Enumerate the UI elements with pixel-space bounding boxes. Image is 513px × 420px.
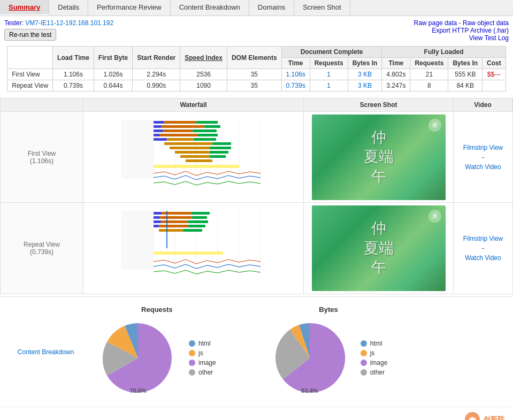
svg-rect-45: [160, 216, 192, 219]
nav-details[interactable]: Details: [49, 0, 88, 16]
col-speed-index[interactable]: Speed Index: [180, 47, 227, 69]
repeat-waterfall-chart-svg: [121, 211, 266, 286]
svg-rect-26: [210, 147, 231, 149]
bytes-chart-title: Bytes: [319, 306, 338, 314]
legend-item: other: [361, 369, 388, 376]
svg-rect-21: [167, 138, 194, 141]
fv-dom-elements: 35: [227, 69, 281, 80]
rv-fl-requests: 8: [410, 80, 448, 91]
rv-fl-time: 3.247s: [382, 80, 410, 91]
wf-repeat-view-chart[interactable]: [83, 203, 304, 294]
svg-rect-9: [164, 121, 196, 124]
document-complete-header: Document Complete: [281, 47, 382, 58]
fl-cost-header: Cost: [483, 58, 506, 69]
rv-fl-cost: [483, 80, 506, 91]
video-separator-2: -: [482, 245, 484, 252]
svg-rect-43: [191, 212, 210, 215]
view-test-log-link[interactable]: View Test Log: [469, 34, 509, 42]
legend-item: js: [189, 349, 216, 357]
rv-dc-time: 0.739s: [281, 80, 310, 91]
rv-start-render: 0.990s: [133, 80, 180, 91]
bytes-pie-label: 83.4%: [301, 387, 318, 394]
filmstrip-view-link-1[interactable]: Filmstrip View: [463, 144, 503, 151]
legend-item: html: [361, 340, 388, 347]
svg-rect-50: [154, 225, 159, 227]
svg-rect-13: [204, 125, 220, 128]
brand-logo: 创新联: [464, 411, 504, 420]
fv-load-time: 1.106s: [53, 69, 94, 80]
fv-dc-requests: 1: [310, 69, 348, 80]
svg-rect-24: [212, 142, 231, 145]
svg-rect-18: [160, 134, 197, 136]
row-repeat-view-label: Repeat View: [7, 80, 53, 91]
raw-object-data-link[interactable]: Raw object data: [463, 19, 509, 27]
svg-rect-31: [186, 159, 212, 162]
svg-rect-29: [180, 155, 210, 158]
content-breakdown-label: Content Breakdown: [4, 306, 87, 398]
bytes-legend: html js image other: [361, 340, 388, 376]
wf-empty-header: [1, 98, 83, 111]
brand-text: 创新联: [484, 415, 504, 420]
header-left: Tester: VM7-IE11-12-192.168.101.192 Re-r…: [4, 19, 113, 41]
bytes-legend-dot-other: [361, 369, 367, 376]
rv-fl-bytes: 84 KB: [448, 80, 483, 91]
waterfall-section: Waterfall Screen Shot Video First View (…: [0, 98, 513, 294]
first-view-screenshot-image: 册 仲夏端午: [312, 114, 446, 200]
table-row: Repeat View 0.739s 0.644s 0.990s 1090 35…: [7, 80, 506, 91]
legend-dot-other: [189, 369, 195, 376]
bytes-legend-dot-image: [361, 360, 367, 366]
fv-first-byte: 1.026s: [94, 69, 132, 80]
legend-label-other: other: [198, 369, 213, 376]
svg-rect-41: [154, 212, 162, 215]
bytes-pie-container: 83.4%: [270, 318, 350, 398]
rerun-button[interactable]: Re-run the test: [4, 29, 56, 41]
nav-summary[interactable]: Summary: [0, 0, 49, 16]
dc-requests-header: Requests: [310, 58, 348, 69]
watch-video-link-1[interactable]: Watch Video: [465, 163, 501, 171]
legend-dot-js: [189, 350, 195, 356]
svg-rect-27: [175, 151, 210, 154]
brand-section: 创新联: [0, 407, 513, 420]
content-breakdown-link[interactable]: Content Breakdown: [18, 348, 74, 356]
rv-dc-bytes: 3 KB: [348, 80, 382, 91]
fv-dc-time: 1.106s: [281, 69, 310, 80]
fl-requests-header: Requests: [410, 58, 448, 69]
waterfall-first-view-row: First View (1.106s): [1, 112, 512, 203]
wf-first-view-chart[interactable]: [83, 112, 304, 202]
bytes-legend-label-js: js: [370, 349, 375, 357]
wf-first-view-screenshot: 册 仲夏端午: [304, 112, 454, 202]
export-har-link[interactable]: Export HTTP Archive (.har): [432, 27, 509, 34]
wf-waterfall-header: Waterfall: [83, 98, 304, 111]
svg-rect-30: [210, 155, 226, 158]
nav-content-breakdown[interactable]: Content Breakdown: [171, 0, 249, 16]
filmstrip-view-link-2[interactable]: Filmstrip View: [463, 235, 503, 242]
raw-links: Raw page data - Raw object data: [414, 19, 509, 27]
wf-first-view-label: First View (1.106s): [1, 112, 83, 202]
video-separator-1: -: [482, 154, 484, 161]
raw-page-data-link[interactable]: Raw page data: [414, 19, 457, 27]
svg-rect-47: [154, 220, 161, 223]
requests-pie-svg: [98, 318, 178, 398]
rv-first-byte: 0.644s: [94, 80, 132, 91]
fv-speed-index: 2536: [180, 69, 227, 80]
col-start-render: Start Render: [133, 47, 180, 69]
svg-rect-44: [154, 216, 160, 219]
rv-speed-index: 1090: [180, 80, 227, 91]
nav-performance-review[interactable]: Performance Review: [88, 0, 171, 16]
nav-domains[interactable]: Domains: [249, 0, 294, 16]
rv-dc-requests: 1: [310, 80, 348, 91]
rv-load-time: 0.739s: [53, 80, 94, 91]
watch-video-link-2[interactable]: Watch Video: [465, 254, 501, 262]
tester-info: Tester: VM7-IE11-12-192.168.101.192: [4, 19, 113, 27]
waterfall-header: Waterfall Screen Shot Video: [1, 98, 512, 112]
legend-item: image: [189, 359, 216, 366]
svg-rect-23: [164, 142, 212, 145]
fl-time-header: Time: [382, 58, 410, 69]
legend-item: image: [361, 359, 388, 366]
svg-rect-25: [170, 147, 210, 149]
nav-screen-shot[interactable]: Screen Shot: [294, 0, 350, 16]
tester-value: VM7-IE11-12-192.168.101.192: [25, 19, 113, 27]
content-breakdown-section: Content Breakdown Requests: [0, 296, 513, 407]
col-dom-elements: DOM Elements: [227, 47, 281, 69]
wf-first-view-video: Filmstrip View - Watch Video: [454, 112, 512, 202]
